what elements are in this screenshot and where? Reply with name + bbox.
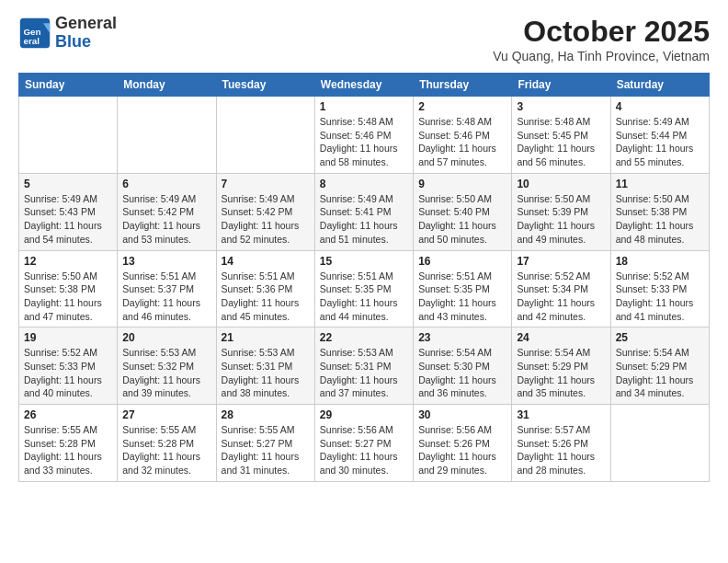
day-number: 9 bbox=[418, 178, 506, 190]
day-info: Sunrise: 5:51 AM Sunset: 5:35 PM Dayligh… bbox=[320, 270, 408, 324]
day-info: Sunrise: 5:52 AM Sunset: 5:33 PM Dayligh… bbox=[616, 270, 704, 324]
page-header: Gen eral General Blue October 2025 Vu Qu… bbox=[18, 15, 710, 63]
day-info: Sunrise: 5:54 AM Sunset: 5:29 PM Dayligh… bbox=[517, 346, 605, 400]
day-number: 29 bbox=[320, 408, 408, 421]
day-number: 21 bbox=[222, 331, 310, 344]
logo: Gen eral General Blue bbox=[18, 15, 117, 52]
day-number: 31 bbox=[517, 408, 605, 421]
svg-text:eral: eral bbox=[23, 35, 40, 45]
day-info: Sunrise: 5:50 AM Sunset: 5:39 PM Dayligh… bbox=[517, 192, 605, 247]
calendar-cell: 10Sunrise: 5:50 AM Sunset: 5:39 PM Dayli… bbox=[512, 173, 610, 250]
calendar-cell: 25Sunrise: 5:54 AM Sunset: 5:29 PM Dayli… bbox=[610, 327, 709, 405]
day-info: Sunrise: 5:53 AM Sunset: 5:31 PM Dayligh… bbox=[222, 346, 310, 400]
calendar-cell: 29Sunrise: 5:56 AM Sunset: 5:27 PM Dayli… bbox=[314, 405, 413, 482]
day-info: Sunrise: 5:52 AM Sunset: 5:34 PM Dayligh… bbox=[517, 270, 605, 324]
calendar-cell: 31Sunrise: 5:57 AM Sunset: 5:26 PM Dayli… bbox=[512, 405, 610, 482]
day-number: 20 bbox=[122, 331, 210, 344]
calendar-week-row: 19Sunrise: 5:52 AM Sunset: 5:33 PM Dayli… bbox=[19, 327, 710, 405]
day-number: 13 bbox=[122, 255, 210, 268]
column-header-monday: Monday bbox=[118, 74, 216, 97]
calendar-subtitle: Vu Quang, Ha Tinh Province, Vietnam bbox=[493, 49, 710, 63]
day-number: 14 bbox=[222, 255, 310, 268]
day-number: 12 bbox=[24, 255, 112, 268]
day-info: Sunrise: 5:48 AM Sunset: 5:46 PM Dayligh… bbox=[320, 115, 408, 169]
calendar-cell: 19Sunrise: 5:52 AM Sunset: 5:33 PM Dayli… bbox=[19, 327, 118, 405]
day-info: Sunrise: 5:50 AM Sunset: 5:40 PM Dayligh… bbox=[418, 192, 506, 247]
day-info: Sunrise: 5:56 AM Sunset: 5:26 PM Dayligh… bbox=[418, 423, 506, 477]
calendar-cell: 23Sunrise: 5:54 AM Sunset: 5:30 PM Dayli… bbox=[414, 327, 512, 405]
column-header-thursday: Thursday bbox=[414, 74, 512, 97]
calendar-cell: 26Sunrise: 5:55 AM Sunset: 5:28 PM Dayli… bbox=[19, 405, 118, 482]
day-number: 2 bbox=[418, 100, 506, 113]
day-info: Sunrise: 5:49 AM Sunset: 5:42 PM Dayligh… bbox=[122, 192, 210, 247]
calendar-cell: 3Sunrise: 5:48 AM Sunset: 5:45 PM Daylig… bbox=[512, 97, 610, 174]
column-header-friday: Friday bbox=[512, 74, 610, 97]
calendar-cell: 5Sunrise: 5:49 AM Sunset: 5:43 PM Daylig… bbox=[19, 173, 118, 250]
column-header-saturday: Saturday bbox=[610, 74, 709, 97]
calendar-cell: 6Sunrise: 5:49 AM Sunset: 5:42 PM Daylig… bbox=[118, 173, 216, 250]
calendar-cell: 14Sunrise: 5:51 AM Sunset: 5:36 PM Dayli… bbox=[216, 250, 314, 327]
day-info: Sunrise: 5:53 AM Sunset: 5:31 PM Dayligh… bbox=[320, 346, 408, 400]
calendar-cell: 9Sunrise: 5:50 AM Sunset: 5:40 PM Daylig… bbox=[414, 173, 512, 250]
day-number: 18 bbox=[616, 255, 704, 268]
day-number: 15 bbox=[320, 255, 408, 268]
day-info: Sunrise: 5:51 AM Sunset: 5:35 PM Dayligh… bbox=[418, 270, 506, 324]
day-number: 26 bbox=[24, 408, 112, 421]
day-info: Sunrise: 5:56 AM Sunset: 5:27 PM Dayligh… bbox=[320, 423, 408, 477]
column-header-wednesday: Wednesday bbox=[314, 74, 413, 97]
calendar-cell: 16Sunrise: 5:51 AM Sunset: 5:35 PM Dayli… bbox=[414, 250, 512, 327]
calendar-cell: 11Sunrise: 5:50 AM Sunset: 5:38 PM Dayli… bbox=[610, 173, 709, 250]
calendar-cell bbox=[216, 97, 314, 174]
calendar-cell: 27Sunrise: 5:55 AM Sunset: 5:28 PM Dayli… bbox=[118, 405, 216, 482]
calendar-cell: 24Sunrise: 5:54 AM Sunset: 5:29 PM Dayli… bbox=[512, 327, 610, 405]
day-info: Sunrise: 5:48 AM Sunset: 5:45 PM Dayligh… bbox=[517, 115, 605, 169]
day-number: 24 bbox=[517, 331, 605, 344]
day-info: Sunrise: 5:55 AM Sunset: 5:27 PM Dayligh… bbox=[222, 423, 310, 477]
day-info: Sunrise: 5:54 AM Sunset: 5:30 PM Dayligh… bbox=[418, 346, 506, 400]
calendar-cell bbox=[19, 97, 118, 174]
day-info: Sunrise: 5:55 AM Sunset: 5:28 PM Dayligh… bbox=[24, 423, 112, 477]
calendar-cell: 15Sunrise: 5:51 AM Sunset: 5:35 PM Dayli… bbox=[314, 250, 413, 327]
calendar-week-row: 12Sunrise: 5:50 AM Sunset: 5:38 PM Dayli… bbox=[19, 250, 710, 327]
calendar-cell: 1Sunrise: 5:48 AM Sunset: 5:46 PM Daylig… bbox=[314, 97, 413, 174]
calendar-cell: 7Sunrise: 5:49 AM Sunset: 5:42 PM Daylig… bbox=[216, 173, 314, 250]
day-info: Sunrise: 5:51 AM Sunset: 5:36 PM Dayligh… bbox=[222, 270, 310, 324]
calendar-cell: 17Sunrise: 5:52 AM Sunset: 5:34 PM Dayli… bbox=[512, 250, 610, 327]
day-info: Sunrise: 5:48 AM Sunset: 5:46 PM Dayligh… bbox=[418, 115, 506, 169]
day-info: Sunrise: 5:49 AM Sunset: 5:42 PM Dayligh… bbox=[222, 192, 310, 247]
calendar-cell: 22Sunrise: 5:53 AM Sunset: 5:31 PM Dayli… bbox=[314, 327, 413, 405]
day-number: 7 bbox=[222, 178, 310, 190]
day-info: Sunrise: 5:50 AM Sunset: 5:38 PM Dayligh… bbox=[24, 270, 112, 324]
day-number: 11 bbox=[616, 178, 704, 190]
calendar-cell bbox=[118, 97, 216, 174]
day-number: 5 bbox=[24, 178, 112, 190]
day-number: 10 bbox=[517, 178, 605, 190]
calendar-cell: 30Sunrise: 5:56 AM Sunset: 5:26 PM Dayli… bbox=[414, 405, 512, 482]
day-info: Sunrise: 5:53 AM Sunset: 5:32 PM Dayligh… bbox=[122, 346, 210, 400]
day-info: Sunrise: 5:52 AM Sunset: 5:33 PM Dayligh… bbox=[24, 346, 112, 400]
logo-icon: Gen eral bbox=[18, 17, 51, 50]
day-number: 3 bbox=[517, 100, 605, 113]
column-header-sunday: Sunday bbox=[19, 74, 118, 97]
calendar-cell: 8Sunrise: 5:49 AM Sunset: 5:41 PM Daylig… bbox=[314, 173, 413, 250]
calendar-cell: 28Sunrise: 5:55 AM Sunset: 5:27 PM Dayli… bbox=[216, 405, 314, 482]
day-number: 17 bbox=[517, 255, 605, 268]
day-number: 30 bbox=[418, 408, 506, 421]
calendar-title: October 2025 bbox=[493, 15, 710, 49]
day-info: Sunrise: 5:57 AM Sunset: 5:26 PM Dayligh… bbox=[517, 423, 605, 477]
title-block: October 2025 Vu Quang, Ha Tinh Province,… bbox=[493, 15, 710, 63]
calendar-cell: 4Sunrise: 5:49 AM Sunset: 5:44 PM Daylig… bbox=[610, 97, 709, 174]
calendar-cell: 18Sunrise: 5:52 AM Sunset: 5:33 PM Dayli… bbox=[610, 250, 709, 327]
calendar-table: SundayMondayTuesdayWednesdayThursdayFrid… bbox=[18, 73, 710, 482]
calendar-week-row: 5Sunrise: 5:49 AM Sunset: 5:43 PM Daylig… bbox=[19, 173, 710, 250]
column-header-tuesday: Tuesday bbox=[216, 74, 314, 97]
logo-line1: General bbox=[55, 14, 117, 32]
calendar-cell: 13Sunrise: 5:51 AM Sunset: 5:37 PM Dayli… bbox=[118, 250, 216, 327]
day-number: 25 bbox=[616, 331, 704, 344]
calendar-cell: 21Sunrise: 5:53 AM Sunset: 5:31 PM Dayli… bbox=[216, 327, 314, 405]
day-number: 16 bbox=[418, 255, 506, 268]
day-number: 23 bbox=[418, 331, 506, 344]
day-number: 28 bbox=[222, 408, 310, 421]
day-number: 27 bbox=[122, 408, 210, 421]
calendar-week-row: 26Sunrise: 5:55 AM Sunset: 5:28 PM Dayli… bbox=[19, 405, 710, 482]
